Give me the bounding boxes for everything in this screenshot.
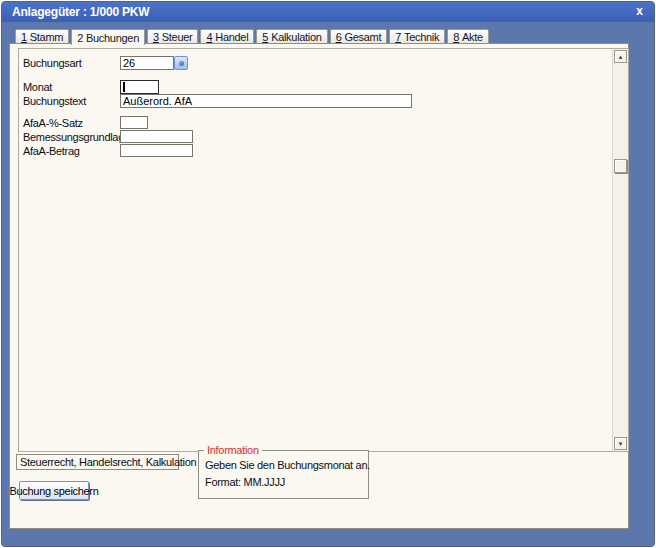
bemessungsgrundlage-input[interactable] <box>120 130 193 143</box>
information-groupbox: Information Geben Sie den Buchungsmonat … <box>198 450 369 499</box>
information-line-2: Format: MM.JJJJ <box>199 471 368 488</box>
close-icon[interactable]: x <box>634 4 645 19</box>
bemessungsgrundlage-label: Bemessungsgrundlage <box>23 130 130 144</box>
window-title: Anlagegüter : 1/000 PKW <box>12 5 149 19</box>
tab-label: Stamm <box>30 31 63 43</box>
tab-handel[interactable]: 4Handel <box>200 29 254 43</box>
tab-technik[interactable]: 7Technik <box>389 29 445 43</box>
form-region: Buchungsart Monat Buchungstext AfaA-%-Sa… <box>18 48 629 452</box>
scroll-down-icon: ▼ <box>618 441 624 447</box>
tab-buchungen[interactable]: 2Buchungen <box>71 29 145 45</box>
information-title: Information <box>204 444 262 456</box>
spinner-button[interactable] <box>174 56 188 70</box>
tab-strip: 1Stamm 2Buchungen 3Steuer 4Handel 5Kalku… <box>15 29 491 43</box>
monat-input[interactable] <box>120 80 159 94</box>
titlebar: Anlagegüter : 1/000 PKW x <box>2 2 654 22</box>
tab-label: Gesamt <box>344 31 381 43</box>
scroll-up-icon: ▲ <box>618 54 624 60</box>
buchungstext-input[interactable] <box>120 94 412 108</box>
scrollbar-down-button[interactable]: ▼ <box>614 437 627 450</box>
tab-label: Buchungen <box>86 32 139 44</box>
scrollbar-thumb[interactable] <box>614 159 627 173</box>
tab-akte[interactable]: 8Akte <box>447 29 489 43</box>
tab-label: Akte <box>462 31 483 43</box>
spinner-icon <box>179 61 184 66</box>
afaa-satz-label: AfaA-%-Satz <box>23 116 83 130</box>
tab-kalkulation[interactable]: 5Kalkulation <box>256 29 327 43</box>
scrollbar[interactable]: ▲ ▼ <box>612 49 628 451</box>
buchungstext-label: Buchungstext <box>23 94 86 108</box>
afaa-betrag-input[interactable] <box>120 144 193 157</box>
tab-label: Handel <box>215 31 248 43</box>
tab-stamm[interactable]: 1Stamm <box>15 29 69 43</box>
tab-label: Kalkulation <box>271 31 322 43</box>
monat-label: Monat <box>23 80 52 94</box>
afaa-betrag-label: AfaA-Betrag <box>23 144 80 158</box>
tab-steuer[interactable]: 3Steuer <box>147 29 198 43</box>
tab-label: Technik <box>404 31 439 43</box>
save-booking-button[interactable]: Buchung speichern <box>19 481 89 500</box>
text-cursor <box>123 82 125 92</box>
status-box: Steuerrecht, Handelsrecht, Kalkulation <box>16 454 179 470</box>
dialog-window: Anlagegüter : 1/000 PKW x 1Stamm 2Buchun… <box>1 1 655 547</box>
scrollbar-up-button[interactable]: ▲ <box>614 50 627 63</box>
afaa-satz-input[interactable] <box>120 116 148 129</box>
buchungsart-label: Buchungsart <box>23 56 81 70</box>
buchungsart-input[interactable] <box>120 56 174 70</box>
tab-gesamt[interactable]: 6Gesamt <box>330 29 388 43</box>
tab-label: Steuer <box>162 31 193 43</box>
